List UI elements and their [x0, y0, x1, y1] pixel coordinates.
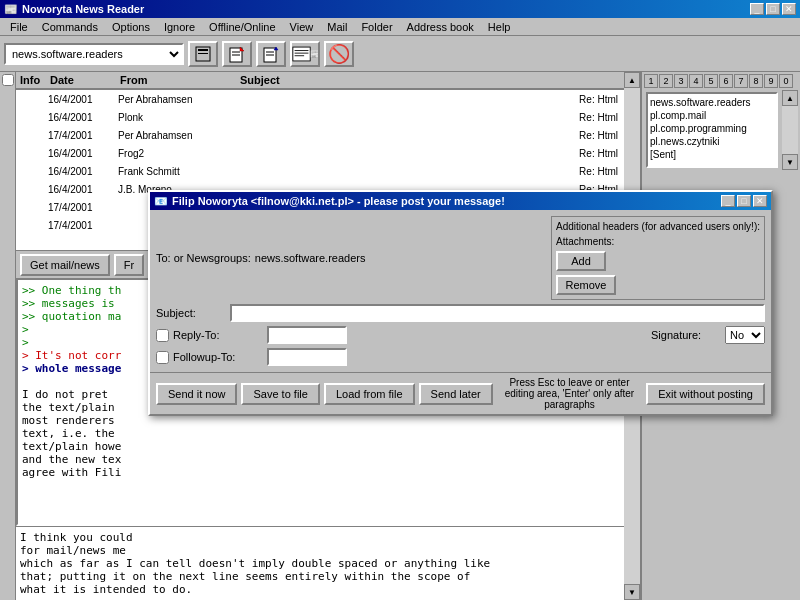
maximize-button[interactable]: □	[766, 3, 780, 15]
esc-note: Press Esc to leave or enter editing area…	[497, 377, 643, 410]
toolbar-btn-reply[interactable]	[256, 41, 286, 67]
menu-ignore[interactable]: Ignore	[158, 20, 201, 34]
newsgroup-scroll-down[interactable]: ▼	[782, 154, 798, 170]
toolbar-btn-news[interactable]: 📰	[290, 41, 320, 67]
send-now-button[interactable]: Send it now	[156, 383, 237, 405]
save-to-file-button[interactable]: Save to file	[241, 383, 319, 405]
menu-file[interactable]: File	[4, 20, 34, 34]
minimize-button[interactable]: _	[750, 3, 764, 15]
app-icon: 📰	[4, 3, 18, 16]
dialog-icon: 📧	[154, 195, 168, 208]
body-line: text, i.e. the	[22, 427, 618, 440]
newsgroup-item[interactable]: pl.news.czytniki	[650, 135, 774, 148]
select-all-checkbox[interactable]	[2, 74, 14, 86]
body-line: text/plain howe	[22, 440, 618, 453]
page-tab-0[interactable]: 0	[779, 74, 793, 88]
scroll-down-button[interactable]: ▼	[624, 584, 640, 600]
remove-attachment-button[interactable]: Remove	[556, 275, 616, 295]
menu-offline-online[interactable]: Offline/Online	[203, 20, 281, 34]
header-subject: Subject	[238, 74, 622, 86]
dialog-minimize[interactable]: _	[721, 195, 735, 207]
table-row[interactable]: 16/4/2001 Plonk Re: Html	[16, 108, 624, 126]
page-tab-2[interactable]: 2	[659, 74, 673, 88]
svg-rect-2	[198, 53, 208, 54]
attachments-label: Attachments:	[556, 236, 760, 247]
app-title: 📰 Noworyta News Reader	[4, 3, 144, 16]
menu-options[interactable]: Options	[106, 20, 156, 34]
toolbar-btn-compose[interactable]	[222, 41, 252, 67]
followup-to-label: Followup-To:	[173, 351, 263, 363]
page-tab-4[interactable]: 4	[689, 74, 703, 88]
menu-help[interactable]: Help	[482, 20, 517, 34]
svg-text:📰: 📰	[310, 47, 318, 59]
newsgroup-scrollbar[interactable]: ▲ ▼	[782, 90, 798, 170]
newsgroup-item[interactable]: pl.comp.programming	[650, 122, 774, 135]
page-tab-9[interactable]: 9	[764, 74, 778, 88]
menu-mail[interactable]: Mail	[321, 20, 353, 34]
left-panel	[0, 72, 16, 600]
newsgroup-scroll-up[interactable]: ▲	[782, 90, 798, 106]
get-mail-button[interactable]: Get mail/news	[20, 254, 110, 276]
svg-rect-11	[293, 47, 310, 61]
table-row[interactable]: 17/4/2001 Per Abrahamsen Re: Html	[16, 126, 624, 144]
reply-to-row: Reply-To:	[156, 326, 647, 344]
page-tab-3[interactable]: 3	[674, 74, 688, 88]
newsgroup-selector[interactable]: news.software.readers	[4, 43, 184, 65]
bottom-message-area: I think you could for mail/news me which…	[16, 526, 624, 600]
dialog-body: To: or Newsgroups: news.software.readers…	[150, 210, 771, 372]
title-bar: 📰 Noworyta News Reader _ □ ✕	[0, 0, 800, 18]
signature-select[interactable]: No Yes	[725, 326, 765, 344]
menu-folder[interactable]: Folder	[355, 20, 398, 34]
toolbar: news.software.readers 📰 🚫	[0, 36, 800, 72]
newsgroup-item[interactable]: news.software.readers	[650, 96, 774, 109]
send-later-button[interactable]: Send later	[419, 383, 493, 405]
followup-to-checkbox[interactable]	[156, 351, 169, 364]
body-line: agree with Fili	[22, 466, 618, 479]
menu-commands[interactable]: Commands	[36, 20, 104, 34]
list-header: Info Date From Subject	[16, 72, 624, 90]
subject-row: Subject:	[156, 304, 765, 322]
page-tab-6[interactable]: 6	[719, 74, 733, 88]
page-tab-8[interactable]: 8	[749, 74, 763, 88]
newsgroup-list[interactable]: news.software.readers pl.comp.mail pl.co…	[646, 92, 778, 168]
window-controls[interactable]: _ □ ✕	[750, 3, 796, 15]
scroll-up-button[interactable]: ▲	[624, 72, 640, 88]
followup-to-input[interactable]	[267, 348, 347, 366]
fr-button[interactable]: Fr	[114, 254, 144, 276]
toolbar-btn-stop[interactable]: 🚫	[324, 41, 354, 67]
table-row[interactable]: 16/4/2001 Frank Schmitt Re: Html	[16, 162, 624, 180]
reply-to-input[interactable]	[267, 326, 347, 344]
page-tab-5[interactable]: 5	[704, 74, 718, 88]
page-tab-7[interactable]: 7	[734, 74, 748, 88]
menu-view[interactable]: View	[284, 20, 320, 34]
reply-sig-row: Reply-To: Signature: No Yes	[156, 326, 765, 344]
newsgroup-scroll-track[interactable]	[782, 106, 798, 154]
dialog-close[interactable]: ✕	[753, 195, 767, 207]
menu-bar: File Commands Options Ignore Offline/Onl…	[0, 18, 800, 36]
bottom-message-text: I think you could for mail/news me which…	[20, 531, 620, 596]
reply-to-checkbox[interactable]	[156, 329, 169, 342]
toolbar-btn-1[interactable]	[188, 41, 218, 67]
dialog-maximize[interactable]: □	[737, 195, 751, 207]
followup-checkbox-row: Followup-To:	[156, 348, 765, 366]
reply-to-label: Reply-To:	[173, 329, 263, 341]
close-button[interactable]: ✕	[782, 3, 796, 15]
menu-address-book[interactable]: Address book	[401, 20, 480, 34]
page-tabs: 1 2 3 4 5 6 7 8 9 0	[642, 72, 800, 88]
add-attachment-button[interactable]: Add	[556, 251, 606, 271]
newsgroup-item[interactable]: [Sent]	[650, 148, 774, 161]
table-row[interactable]: 16/4/2001 Frog2 Re: Html	[16, 144, 624, 162]
dialog-window-controls[interactable]: _ □ ✕	[721, 195, 767, 207]
page-tab-1[interactable]: 1	[644, 74, 658, 88]
exit-without-posting-button[interactable]: Exit without posting	[646, 383, 765, 405]
newsgroup-item[interactable]: pl.comp.mail	[650, 109, 774, 122]
svg-rect-1	[198, 49, 208, 51]
newsgroups-value: news.software.readers	[255, 252, 366, 264]
to-label: To: or Newsgroups:	[156, 252, 251, 264]
table-row[interactable]: 16/4/2001 Per Abrahamsen Re: Html	[16, 90, 624, 108]
dialog-actions: Send it now Save to file Load from file …	[150, 372, 771, 414]
load-from-file-button[interactable]: Load from file	[324, 383, 415, 405]
dialog-title: 📧 Filip Noworyta <filnow@kki.net.pl> - p…	[154, 195, 505, 208]
signature-label: Signature:	[651, 329, 721, 341]
subject-input[interactable]	[230, 304, 765, 322]
